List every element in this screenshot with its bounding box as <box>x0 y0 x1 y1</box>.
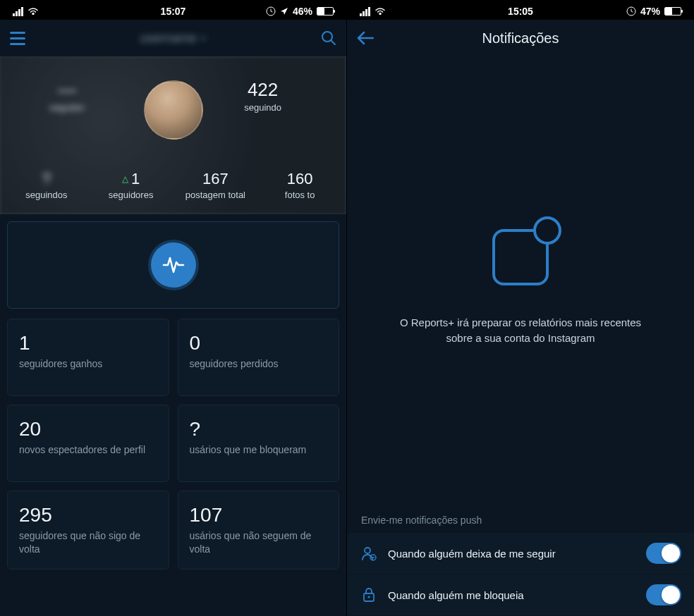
header-stat-1[interactable]: △1 seguidores <box>89 170 174 200</box>
section-header-push: Envie-me notificações push <box>347 505 694 533</box>
page-title: Notificações <box>482 30 559 47</box>
notification-illustration-icon <box>478 215 563 295</box>
toggle-label: Quando alguém deixa de me seguir <box>388 548 636 560</box>
header-stat-2[interactable]: 167 postagem total <box>174 170 258 200</box>
avatar[interactable] <box>144 80 203 140</box>
card-followers-gained[interactable]: 1 seguidores ganhos <box>7 319 169 396</box>
toggle-unfollow[interactable] <box>646 543 681 564</box>
svg-point-8 <box>368 596 370 598</box>
location-arrow-icon <box>280 7 288 16</box>
svg-point-5 <box>365 548 370 553</box>
nav-bar: username <box>0 20 346 56</box>
pulse-icon <box>161 252 186 278</box>
following-stat[interactable]: 422 seguindo <box>244 79 281 113</box>
header-stat-0[interactable]: ? seguindos <box>4 170 89 200</box>
card-not-following-back[interactable]: 295 seguidores que não sigo de volta <box>7 491 169 569</box>
toggle-block[interactable] <box>646 584 681 605</box>
wifi-icon <box>28 7 39 16</box>
header-stat-3[interactable]: 160 fotos to <box>257 170 342 200</box>
toggle-row-block: Quando alguém me bloqueia <box>347 574 694 616</box>
profile-header: — seguidor 422 seguindo ? seguindos △1 s… <box>0 56 346 214</box>
menu-button[interactable] <box>10 32 25 45</box>
card-blocked-me[interactable]: ? usários que me bloqueram <box>178 405 340 482</box>
status-time: 15:05 <box>508 6 533 17</box>
cellular-signal-icon <box>13 7 23 16</box>
battery-percentage: 47% <box>640 6 660 17</box>
status-time: 15:07 <box>161 6 186 17</box>
wifi-icon <box>375 7 386 16</box>
toggle-label: Quando alguém me bloqueia <box>388 589 636 601</box>
status-bar: 15:05 47% <box>347 0 694 20</box>
user-minus-icon <box>360 545 377 562</box>
activity-pulse-card[interactable] <box>7 221 339 309</box>
status-bar: 15:07 46% <box>0 0 346 20</box>
nav-bar: Notificações <box>347 20 694 56</box>
search-icon[interactable] <box>321 30 336 46</box>
lock-icon <box>361 586 377 603</box>
battery-percentage: 46% <box>293 6 312 17</box>
account-selector[interactable]: username <box>140 31 206 46</box>
lock-rotation-icon <box>266 6 276 16</box>
delta-up-icon: △ <box>122 174 128 184</box>
back-button[interactable] <box>357 31 374 45</box>
svg-point-4 <box>535 218 560 243</box>
chevron-down-icon <box>200 36 207 40</box>
battery-icon <box>317 7 334 16</box>
card-profile-viewers[interactable]: 20 novos espectadores de perfil <box>7 405 169 482</box>
cellular-signal-icon <box>360 7 370 16</box>
battery-icon <box>664 7 681 16</box>
card-followers-lost[interactable]: 0 seguidores perdidos <box>178 319 340 396</box>
card-users-not-follow-back[interactable]: 107 usários que não seguem de volta <box>178 491 340 569</box>
empty-state-text: O Reports+ irá preparar os relatórios ma… <box>389 315 652 347</box>
followers-stat[interactable]: — seguidor <box>49 79 85 113</box>
lock-rotation-icon <box>626 6 636 16</box>
toggle-row-unfollow: Quando alguém deixa de me seguir <box>347 533 694 574</box>
